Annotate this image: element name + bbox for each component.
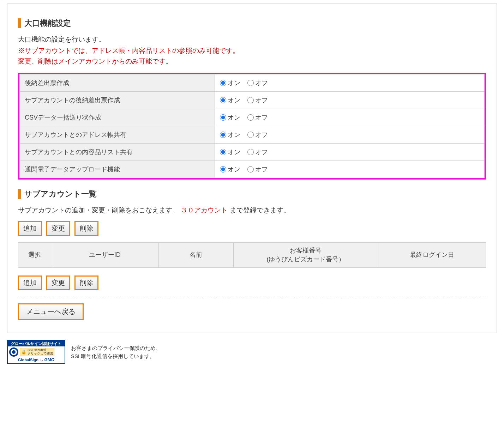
top-button-row: 追加 変更 削除 xyxy=(18,221,486,236)
radio-off-text: オフ xyxy=(255,96,268,104)
col-select: 選択 xyxy=(18,242,51,267)
section1-intro: 大口機能の設定を行います。 xyxy=(18,35,486,44)
back-button-row: メニューへ戻る xyxy=(18,303,486,320)
radio-on[interactable] xyxy=(220,149,226,155)
radio-group: オンオフ xyxy=(220,113,479,122)
settings-row-value: オンオフ xyxy=(215,143,485,161)
radio-on-label[interactable]: オン xyxy=(220,96,240,104)
delete-button-bottom[interactable]: 削除 xyxy=(74,276,98,290)
radio-off[interactable] xyxy=(247,132,254,138)
radio-on-label[interactable]: オン xyxy=(220,131,240,139)
radio-on-text: オン xyxy=(228,113,240,122)
edit-button-bottom[interactable]: 変更 xyxy=(46,276,70,290)
radio-on-label[interactable]: オン xyxy=(220,113,240,122)
radio-group: オンオフ xyxy=(220,148,479,156)
ssl-by-text: by xyxy=(40,359,43,362)
delete-button-top[interactable]: 削除 xyxy=(74,221,98,236)
settings-row: サブアカウントとのアドレス帳共有オンオフ xyxy=(20,126,485,143)
radio-off[interactable] xyxy=(247,149,254,155)
footer-area: グローバルサイン認証サイト 🔒 SSL secured クリックして確認 Glo… xyxy=(0,340,504,371)
settings-highlight-box: 後納差出票作成オンオフサブアカウントの後納差出票作成オンオフCSVデーター括送り… xyxy=(18,73,486,180)
radio-off-text: オフ xyxy=(255,148,268,156)
subaccounts-table: 選択 ユーザーID 名前 お客様番号 (ゆうびんビズカード番号） 最終ログイン日 xyxy=(18,242,486,268)
bottom-button-row: 追加 変更 削除 xyxy=(18,276,486,290)
section2-intro-before: サブアカウントの追加・変更・削除をおこなえます。 xyxy=(18,206,179,214)
radio-on[interactable] xyxy=(220,114,226,121)
gmo-text: GMO xyxy=(44,358,54,362)
footer-line2: SSL暗号化通信を採用しています。 xyxy=(71,353,155,359)
section2-title: サブアカウント一覧 xyxy=(18,189,486,199)
radio-off[interactable] xyxy=(247,166,254,172)
footer-line1: お客さまのプライバシー保護のため、 xyxy=(71,345,161,351)
col-customer: お客様番号 (ゆうびんビズカード番号） xyxy=(233,242,378,267)
settings-row-label: 通関電子データアップロード機能 xyxy=(20,161,215,178)
ssl-badge-top: グローバルサイン認証サイト xyxy=(8,341,65,346)
col-name: 名前 xyxy=(158,242,233,267)
settings-row-value: オンオフ xyxy=(215,126,485,143)
ssl-badge-mid: 🔒 SSL secured クリックして確認 xyxy=(8,346,65,358)
radio-on-text: オン xyxy=(228,165,240,174)
main-panel: 大口機能設定 大口機能の設定を行います。 ※サブアカウントでは、アドレス帳・内容… xyxy=(7,4,497,333)
radio-off-text: オフ xyxy=(255,113,268,122)
radio-group: オンオフ xyxy=(220,96,479,104)
ssl-badge[interactable]: グローバルサイン認証サイト 🔒 SSL secured クリックして確認 Glo… xyxy=(7,340,65,364)
settings-row-label: 後納差出票作成 xyxy=(20,74,215,91)
section1-title: 大口機能設定 xyxy=(18,18,486,29)
radio-off[interactable] xyxy=(247,114,254,121)
section2-title-text: サブアカウント一覧 xyxy=(24,189,97,199)
settings-row: 通関電子データアップロード機能オンオフ xyxy=(20,161,485,178)
settings-row-value: オンオフ xyxy=(215,91,485,109)
settings-row-value: オンオフ xyxy=(215,109,485,126)
radio-off-label[interactable]: オフ xyxy=(247,148,268,156)
table-header-row: 選択 ユーザーID 名前 お客様番号 (ゆうびんビズカード番号） 最終ログイン日 xyxy=(18,242,486,267)
ssl-secured-text: SSL secured クリックして確認 xyxy=(28,349,53,356)
radio-group: オンオフ xyxy=(220,131,479,139)
globalsign-eye-icon xyxy=(9,347,18,357)
section1-title-text: 大口機能設定 xyxy=(24,18,71,29)
ssl-lock-box: 🔒 SSL secured クリックして確認 xyxy=(20,348,54,356)
radio-on-label[interactable]: オン xyxy=(220,165,240,174)
radio-on-text: オン xyxy=(228,96,240,104)
radio-on-text: オン xyxy=(228,79,240,87)
section1-note1: ※サブアカウントでは、アドレス帳・内容品リストの参照のみ可能です。 xyxy=(18,46,486,56)
radio-off-label[interactable]: オフ xyxy=(247,131,268,139)
settings-row-label: サブアカウントとのアドレス帳共有 xyxy=(20,126,215,143)
col-last-login: 最終ログイン日 xyxy=(378,242,486,267)
radio-on[interactable] xyxy=(220,132,226,138)
radio-off-text: オフ xyxy=(255,165,268,174)
settings-row-label: サブアカウントの後納差出票作成 xyxy=(20,91,215,109)
radio-on-text: オン xyxy=(228,131,240,139)
col-customer-line2: (ゆうびんビズカード番号） xyxy=(266,256,345,263)
radio-on[interactable] xyxy=(220,97,226,103)
radio-on[interactable] xyxy=(220,80,226,86)
section2-intro: サブアカウントの追加・変更・削除をおこなえます。 ３０アカウント まで登録できま… xyxy=(18,206,486,215)
back-to-menu-button[interactable]: メニューへ戻る xyxy=(18,303,84,320)
radio-on-label[interactable]: オン xyxy=(220,148,240,156)
add-button-top[interactable]: 追加 xyxy=(18,221,42,236)
section1-note2: 変更、削除はメインアカウントからのみ可能です。 xyxy=(18,56,486,67)
add-button-bottom[interactable]: 追加 xyxy=(18,276,42,290)
radio-off-label[interactable]: オフ xyxy=(247,113,268,122)
section2-intro-limit: ３０アカウント xyxy=(181,206,228,214)
radio-off-label[interactable]: オフ xyxy=(247,165,268,174)
radio-on[interactable] xyxy=(220,166,226,172)
radio-group: オンオフ xyxy=(220,79,479,87)
settings-row: CSVデーター括送り状作成オンオフ xyxy=(20,109,485,126)
radio-on-label[interactable]: オン xyxy=(220,79,240,87)
ssl-badge-bottom: GlobalSign by GMO xyxy=(8,358,65,363)
col-customer-line1: お客様番号 xyxy=(290,247,322,254)
settings-row-label: CSVデーター括送り状作成 xyxy=(20,109,215,126)
radio-off-label[interactable]: オフ xyxy=(247,79,268,87)
ssl-click-line: クリックして確認 xyxy=(28,352,53,355)
radio-off-text: オフ xyxy=(255,79,268,87)
lock-icon: 🔒 xyxy=(21,350,26,355)
separator xyxy=(18,297,486,297)
radio-off[interactable] xyxy=(247,97,254,103)
radio-off-label[interactable]: オフ xyxy=(247,96,268,104)
globalsign-text: GlobalSign xyxy=(18,358,38,362)
settings-row-value: オンオフ xyxy=(215,161,485,178)
edit-button-top[interactable]: 変更 xyxy=(46,221,70,236)
radio-off[interactable] xyxy=(247,80,254,86)
col-user: ユーザーID xyxy=(51,242,158,267)
settings-row-value: オンオフ xyxy=(215,74,485,91)
